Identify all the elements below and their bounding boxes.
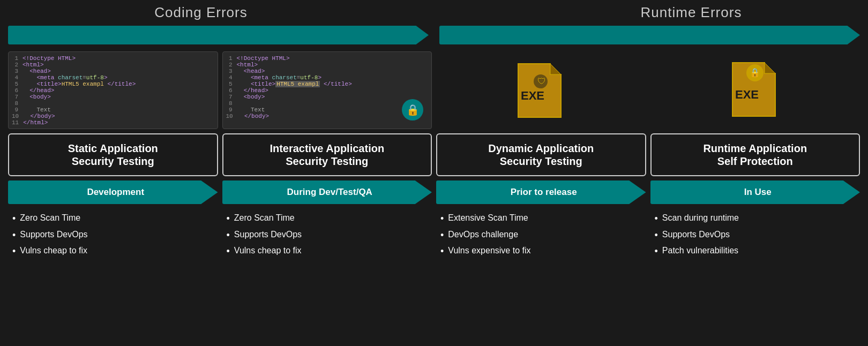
iast-code-box: 1<!Doctype HTML> 2<html> 3 <head> 4 <met… bbox=[222, 51, 432, 129]
sast-phase-label: Development bbox=[81, 187, 144, 198]
rasp-title: Runtime ApplicationSelf Protection bbox=[703, 142, 807, 168]
sast-bullet-3: •Vulns cheap to fix bbox=[12, 243, 214, 260]
column-dast: EXE 🛡 Dynamic ApplicationSecurity Testin… bbox=[436, 51, 646, 346]
coding-errors-title: Coding Errors bbox=[154, 4, 247, 20]
dast-title: Dynamic ApplicationSecurity Testing bbox=[488, 142, 594, 168]
iast-phase-label: During Dev/Test/QA bbox=[282, 187, 372, 198]
sast-title: Static ApplicationSecurity Testing bbox=[68, 142, 158, 168]
dast-bullet-3: •Vulns expensive to fix bbox=[440, 243, 642, 260]
sast-bullet-1: •Zero Scan Time bbox=[12, 210, 214, 227]
column-iast: 1<!Doctype HTML> 2<html> 3 <head> 4 <met… bbox=[222, 51, 432, 346]
runtime-errors-banner bbox=[439, 26, 860, 44]
dast-phase-label: Prior to release bbox=[505, 187, 577, 198]
dast-bullet-2: •DevOps challenge bbox=[440, 227, 642, 244]
dast-title-box: Dynamic ApplicationSecurity Testing bbox=[436, 133, 646, 176]
dast-phase-arrow: Prior to release bbox=[436, 180, 646, 204]
column-rasp: EXE 🔒 Runtime ApplicationSelf Protection… bbox=[650, 51, 860, 346]
svg-text:EXE: EXE bbox=[735, 88, 759, 101]
iast-title: Interactive ApplicationSecurity Testing bbox=[270, 142, 384, 168]
iast-lock-icon: 🔒 bbox=[402, 99, 423, 121]
coding-errors-header: Coding Errors bbox=[0, 4, 402, 21]
svg-text:🛡: 🛡 bbox=[537, 77, 546, 86]
dast-bullet-1: •Extensive Scan Time bbox=[440, 210, 642, 227]
svg-marker-1 bbox=[550, 64, 561, 74]
rasp-title-box: Runtime ApplicationSelf Protection bbox=[650, 133, 860, 176]
dast-exe-container: EXE 🛡 bbox=[436, 51, 646, 129]
iast-bullets: •Zero Scan Time •Supports DevOps •Vulns … bbox=[222, 208, 432, 262]
iast-bullet-2: •Supports DevOps bbox=[227, 227, 428, 244]
iast-bullet-1: •Zero Scan Time bbox=[227, 210, 428, 227]
runtime-errors-title: Runtime Errors bbox=[641, 4, 742, 20]
columns-container: 1<!Doctype HTML> 2<html> 3 <head> 4 <met… bbox=[0, 51, 868, 346]
dast-bullets: •Extensive Scan Time •DevOps challenge •… bbox=[436, 208, 646, 262]
svg-marker-6 bbox=[765, 63, 775, 73]
sast-bullets: •Zero Scan Time •Supports DevOps •Vulns … bbox=[8, 208, 218, 262]
rasp-phase-label: In Use bbox=[739, 187, 772, 198]
rasp-exe-container: EXE 🔒 bbox=[650, 51, 860, 129]
rasp-bullet-1: •Scan during runtime bbox=[655, 210, 856, 227]
dast-exe-icon: EXE 🛡 bbox=[515, 61, 566, 120]
sast-bullet-2: •Supports DevOps bbox=[12, 227, 214, 244]
rasp-bullets: •Scan during runtime •Supports DevOps •P… bbox=[650, 208, 860, 262]
rasp-phase-arrow: In Use bbox=[650, 180, 860, 204]
iast-title-box: Interactive ApplicationSecurity Testing bbox=[222, 133, 432, 176]
coding-errors-banner bbox=[8, 26, 429, 44]
main-container: Coding Errors Runtime Errors 1<!Doctype … bbox=[0, 0, 868, 346]
rasp-lock-badge: 🔒 bbox=[746, 64, 764, 81]
sast-phase-arrow: Development bbox=[8, 180, 218, 204]
iast-phase-arrow: During Dev/Test/QA bbox=[222, 180, 432, 204]
column-sast: 1<!Doctype HTML> 2<html> 3 <head> 4 <met… bbox=[8, 51, 218, 346]
rasp-bullet-3: •Patch vulnerabilities bbox=[655, 243, 856, 260]
svg-text:EXE: EXE bbox=[521, 89, 544, 102]
rasp-bullet-2: •Supports DevOps bbox=[655, 227, 856, 244]
sast-title-box: Static ApplicationSecurity Testing bbox=[8, 133, 218, 176]
runtime-errors-header: Runtime Errors bbox=[525, 4, 857, 21]
iast-bullet-3: •Vulns cheap to fix bbox=[227, 243, 428, 260]
sast-code-box: 1<!Doctype HTML> 2<html> 3 <head> 4 <met… bbox=[8, 51, 218, 129]
